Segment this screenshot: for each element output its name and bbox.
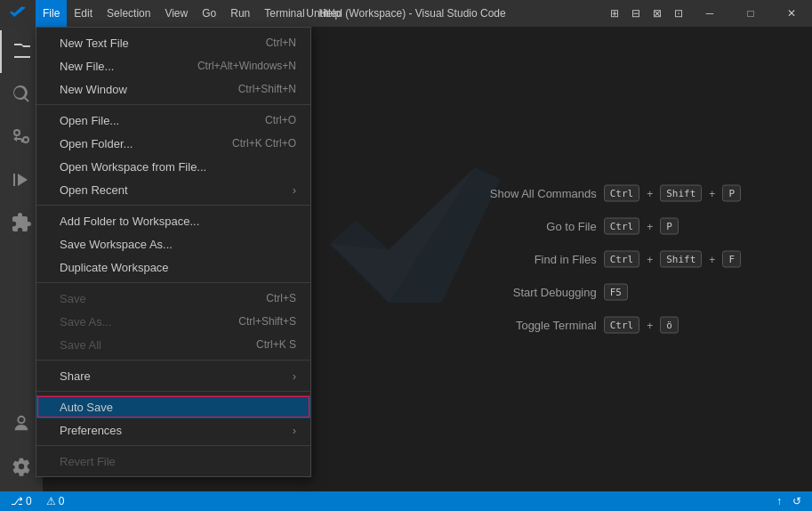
shortcut-row-find: Find in Files Ctrl + Shift + F (472, 251, 741, 268)
menu-go[interactable]: Go (195, 0, 223, 27)
shortcut-label-terminal: Toggle Terminal (472, 319, 597, 332)
kbd-ctrl-commands: Ctrl (604, 185, 640, 202)
menu-group-revert: Revert File (36, 446, 310, 476)
minimize-button[interactable]: ─ (689, 0, 730, 27)
sync-up-icon: ↑ (776, 495, 782, 507)
kbd-shift-commands: Shift (660, 185, 702, 202)
kbd-backtick-terminal: ö (660, 317, 679, 334)
menu-item-auto-save[interactable]: Auto Save (36, 395, 310, 418)
menu-run[interactable]: Run (223, 0, 257, 27)
menu-group-save: Save Ctrl+S Save As... Ctrl+Shift+S Save… (36, 283, 310, 361)
shortcut-label-commands: Show All Commands (472, 187, 597, 200)
maximize-button[interactable]: □ (730, 0, 771, 27)
kbd-ctrl-file: Ctrl (604, 218, 640, 235)
branch-count: 0 (26, 495, 32, 507)
menu-group-new: New Text File Ctrl+N New File... Ctrl+Al… (36, 28, 310, 105)
kbd-f5-debug: F5 (604, 284, 628, 301)
menu-item-open-workspace[interactable]: Open Workspace from File... (36, 155, 310, 178)
menu-file[interactable]: File (36, 0, 67, 27)
menu-edit[interactable]: Edit (67, 0, 100, 27)
shortcut-label-file: Go to File (472, 220, 597, 233)
titlebar: File Edit Selection View Go Run Terminal… (0, 0, 812, 27)
menu-group-autosave: Auto Save Preferences › (36, 392, 310, 446)
shortcuts-panel: Show All Commands Ctrl + Shift + P Go to… (472, 185, 741, 334)
warning-icon: ⚠ (46, 495, 56, 507)
status-remote-indicator[interactable]: ⎇ 0 (7, 491, 36, 511)
close-button[interactable]: ✕ (771, 0, 812, 27)
status-bar-left: ⎇ 0 ⚠ 0 (7, 491, 68, 511)
menu-item-open-folder[interactable]: Open Folder... Ctrl+K Ctrl+O (36, 132, 310, 155)
kbd-f-find: F (722, 251, 741, 268)
menu-item-open-recent[interactable]: Open Recent › (36, 178, 310, 201)
menu-item-save-workspace-as[interactable]: Save Workspace As... (36, 232, 310, 256)
menu-selection[interactable]: Selection (100, 0, 157, 27)
refresh-icon: ↺ (792, 495, 801, 507)
menu-view[interactable]: View (157, 0, 195, 27)
shortcut-label-find: Find in Files (472, 253, 597, 266)
app-icon (0, 0, 36, 27)
menu-item-new-window[interactable]: New Window Ctrl+Shift+N (36, 77, 310, 101)
window-controls: ─ □ ✕ (689, 0, 812, 27)
main-layout: New Text File Ctrl+N New File... Ctrl+Al… (0, 27, 812, 491)
shortcut-row-terminal: Toggle Terminal Ctrl + ö (472, 317, 741, 334)
kbd-p-commands: P (722, 185, 741, 202)
shortcut-row-file: Go to File Ctrl + P (472, 218, 741, 235)
menu-item-save-as: Save As... Ctrl+Shift+S (36, 310, 310, 333)
window-title: Untitled (Workspace) - Visual Studio Cod… (306, 7, 505, 20)
status-bar: ⎇ 0 ⚠ 0 ↑ ↺ (0, 491, 812, 511)
menu-group-workspace: Add Folder to Workspace... Save Workspac… (36, 206, 310, 283)
warning-count: 0 (59, 495, 65, 507)
kbd-p-file: P (660, 218, 679, 235)
branch-icon: ⎇ (11, 495, 23, 507)
shortcut-row-debug: Start Debugging F5 (472, 284, 741, 301)
menu-item-new-text-file[interactable]: New Text File Ctrl+N (36, 31, 310, 54)
kbd-shift-find: Shift (660, 251, 702, 268)
kbd-ctrl-terminal: Ctrl (604, 317, 640, 334)
layout-buttons: ⊞ ⊟ ⊠ ⊡ (604, 0, 689, 27)
status-sync-button[interactable]: ↑ (773, 491, 785, 511)
status-refresh-button[interactable]: ↺ (789, 491, 805, 511)
menu-item-preferences[interactable]: Preferences › (36, 418, 310, 442)
layout-btn-2[interactable]: ⊟ (625, 0, 647, 27)
menu-terminal[interactable]: Terminal (257, 0, 311, 27)
menu-item-save-all: Save All Ctrl+K S (36, 333, 310, 356)
menu-item-save: Save Ctrl+S (36, 287, 310, 310)
kbd-ctrl-find: Ctrl (604, 251, 640, 268)
layout-btn-1[interactable]: ⊞ (604, 0, 625, 27)
menu-item-revert-file: Revert File (36, 450, 310, 473)
layout-btn-3[interactable]: ⊠ (647, 0, 668, 27)
menu-group-share: Share › (36, 361, 310, 392)
layout-btn-4[interactable]: ⊡ (668, 0, 689, 27)
file-dropdown-menu: New Text File Ctrl+N New File... Ctrl+Al… (36, 27, 311, 477)
menu-item-new-file[interactable]: New File... Ctrl+Alt+Windows+N (36, 54, 310, 77)
menu-item-share[interactable]: Share › (36, 364, 310, 387)
menu-group-open: Open File... Ctrl+O Open Folder... Ctrl+… (36, 105, 310, 206)
status-warnings[interactable]: ⚠ 0 (43, 491, 68, 511)
shortcut-row-commands: Show All Commands Ctrl + Shift + P (472, 185, 741, 202)
menu-item-add-folder[interactable]: Add Folder to Workspace... (36, 209, 310, 232)
menu-item-open-file[interactable]: Open File... Ctrl+O (36, 109, 310, 132)
status-bar-right: ↑ ↺ (773, 491, 805, 511)
shortcut-label-debug: Start Debugging (472, 286, 597, 299)
svg-rect-0 (13, 174, 15, 186)
menu-item-duplicate-workspace[interactable]: Duplicate Workspace (36, 256, 310, 279)
